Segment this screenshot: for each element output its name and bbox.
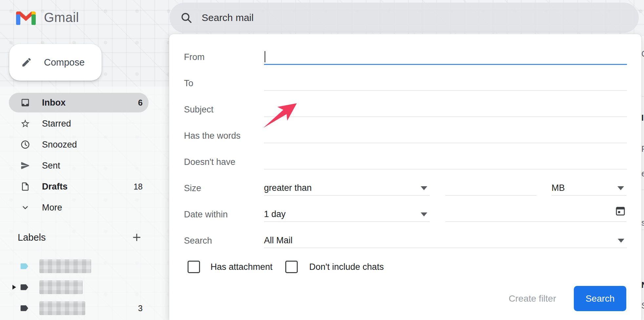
has-words-row: Has the words xyxy=(169,123,641,149)
clipped-text-fragment: N xyxy=(641,280,644,290)
subject-row: Subject xyxy=(169,96,641,123)
clock-icon xyxy=(20,140,30,150)
sidebar-item-starred[interactable]: Starred xyxy=(9,114,149,133)
redacted-label-name xyxy=(39,259,91,273)
star-icon xyxy=(20,119,30,129)
size-row: Size greater than MB xyxy=(169,175,641,201)
clipped-text-fragment: e xyxy=(641,169,644,178)
sidebar-item-more[interactable]: More xyxy=(9,198,149,217)
sidebar-nav: Inbox 6 Starred Snoozed Sent Drafts xyxy=(9,93,149,219)
pencil-icon xyxy=(21,57,32,68)
labels-title: Labels xyxy=(18,232,46,243)
draft-icon xyxy=(20,182,30,191)
sidebar-item-drafts[interactable]: Drafts 18 xyxy=(9,177,149,196)
label-tag-icon xyxy=(20,282,30,292)
size-operator-dropdown[interactable]: greater than xyxy=(264,181,430,196)
has-words-label: Has the words xyxy=(184,131,264,141)
size-label: Size xyxy=(184,183,264,193)
label-row[interactable] xyxy=(9,258,149,274)
to-row: To xyxy=(169,70,641,96)
advanced-search-panel: From To Subject Has the words D xyxy=(169,34,642,320)
from-input[interactable] xyxy=(264,50,627,65)
search-scope-row: Search All Mail xyxy=(169,228,641,254)
send-icon xyxy=(20,161,30,170)
expand-arrow-icon[interactable] xyxy=(12,285,16,290)
sidebar-item-label: More xyxy=(42,203,62,213)
text-cursor xyxy=(265,51,265,62)
dropdown-caret-icon xyxy=(421,186,427,190)
calendar-icon[interactable] xyxy=(615,205,626,219)
dont-include-chats-checkbox[interactable] xyxy=(285,261,298,273)
clipped-text-fragment: s xyxy=(641,218,644,228)
compose-label: Compose xyxy=(44,57,85,68)
sidebar-item-label: Drafts xyxy=(42,182,68,192)
label-tag-icon xyxy=(20,303,30,313)
search-button[interactable]: Search xyxy=(574,286,626,311)
clipped-text-fragment: S xyxy=(641,301,644,310)
to-input[interactable] xyxy=(264,76,627,91)
date-range-value: 1 day xyxy=(264,209,286,219)
gmail-brand: Gmail xyxy=(16,10,79,25)
has-attachment-label[interactable]: Has attachment xyxy=(211,262,272,272)
sidebar-item-inbox[interactable]: Inbox 6 xyxy=(9,93,149,112)
search-icon xyxy=(180,11,192,24)
inbox-icon xyxy=(20,98,30,108)
search-scope-dropdown[interactable]: All Mail xyxy=(264,233,627,248)
has-words-input[interactable] xyxy=(264,128,627,143)
date-within-label: Date within xyxy=(184,210,264,220)
sidebar-item-label: Inbox xyxy=(42,98,66,108)
size-value-input[interactable] xyxy=(445,181,536,196)
redacted-label-name xyxy=(39,301,85,315)
doesnt-have-input[interactable] xyxy=(264,154,627,170)
sidebar-item-label: Sent xyxy=(42,161,60,171)
clipped-text-fragment: I xyxy=(641,113,644,123)
compose-button[interactable]: Compose xyxy=(9,44,102,81)
gmail-wordmark: Gmail xyxy=(44,10,79,25)
search-input[interactable] xyxy=(201,12,497,24)
search-scope-label: Search xyxy=(184,236,264,246)
gmail-app: Gmail Compose Inbox 6 Starred Snoozed xyxy=(0,0,644,320)
search-scope-value: All Mail xyxy=(264,235,292,246)
doesnt-have-row: Doesn't have xyxy=(169,149,641,175)
inbox-count: 6 xyxy=(138,98,143,108)
plus-icon xyxy=(131,232,142,243)
label-row[interactable]: 3 xyxy=(9,300,149,316)
from-row: From xyxy=(169,44,641,70)
labels-section-header: Labels xyxy=(9,230,149,245)
clipped-text-fragment: C xyxy=(641,49,644,59)
panel-actions: Create filter Search xyxy=(169,286,641,311)
checkbox-row: Has attachment Don't include chats xyxy=(169,254,641,280)
search-bar[interactable] xyxy=(170,3,639,33)
sidebar-item-sent[interactable]: Sent xyxy=(9,156,149,175)
dropdown-caret-icon xyxy=(617,186,624,190)
size-unit-value: MB xyxy=(552,183,565,193)
clipped-text-fragment: P xyxy=(641,144,644,154)
chevron-down-icon xyxy=(20,203,30,212)
size-operator-value: greater than xyxy=(264,183,312,193)
from-label: From xyxy=(184,52,264,62)
sidebar-item-label: Starred xyxy=(42,119,71,129)
size-unit-dropdown[interactable]: MB xyxy=(552,181,627,196)
label-count: 3 xyxy=(138,304,143,313)
add-label-button[interactable] xyxy=(130,230,144,245)
label-row[interactable] xyxy=(9,279,149,295)
dropdown-caret-icon xyxy=(421,212,427,216)
sidebar-item-snoozed[interactable]: Snoozed xyxy=(9,135,149,154)
subject-label: Subject xyxy=(184,105,264,115)
doesnt-have-label: Doesn't have xyxy=(184,157,264,167)
subject-input[interactable] xyxy=(264,102,627,117)
gmail-logo-icon xyxy=(16,10,36,25)
create-filter-button[interactable]: Create filter xyxy=(507,293,558,304)
drafts-count: 18 xyxy=(133,182,143,191)
date-input[interactable] xyxy=(445,207,627,222)
sidebar-item-label: Snoozed xyxy=(42,140,77,150)
label-tag-icon xyxy=(20,261,30,271)
dont-include-chats-label[interactable]: Don't include chats xyxy=(309,262,384,272)
date-range-dropdown[interactable]: 1 day xyxy=(264,207,430,222)
to-label: To xyxy=(184,78,264,89)
redacted-label-name xyxy=(39,280,83,294)
has-attachment-checkbox[interactable] xyxy=(188,261,200,273)
date-row: Date within 1 day xyxy=(169,201,641,228)
dropdown-caret-icon xyxy=(618,239,624,243)
